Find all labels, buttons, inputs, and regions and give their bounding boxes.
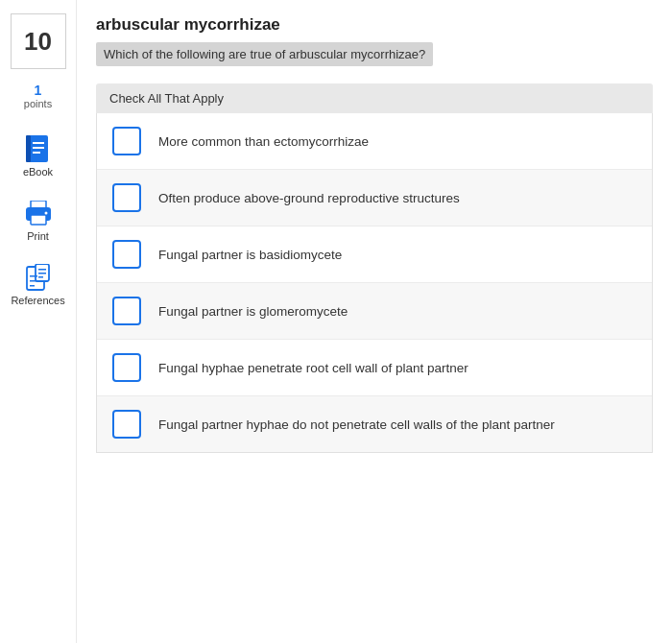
option-row: Fungal hyphae penetrate root cell wall o… <box>97 340 652 396</box>
option-text-3: Fungal partner is basidiomycete <box>158 248 342 262</box>
references-label: References <box>11 295 64 306</box>
svg-rect-16 <box>30 285 35 287</box>
option-text-6: Fungal partner hyphae do not penetrate c… <box>158 417 555 432</box>
option-text-2: Often produce above-ground reproductive … <box>158 191 460 205</box>
option-row: More common than ectomycorrhizae <box>97 113 652 170</box>
svg-point-8 <box>44 212 47 215</box>
sidebar: 10 1 points eBook Print <box>0 0 77 643</box>
svg-rect-2 <box>33 142 44 144</box>
svg-rect-11 <box>38 269 46 271</box>
references-button[interactable]: References <box>10 257 67 312</box>
svg-rect-4 <box>33 152 40 154</box>
ebook-icon <box>24 134 53 163</box>
question-number-box: 10 <box>11 13 66 69</box>
print-icon <box>24 199 53 227</box>
ebook-button[interactable]: eBook <box>10 129 67 183</box>
checkbox-option-3[interactable] <box>112 240 141 269</box>
main-content: arbuscular mycorrhizae Which of the foll… <box>77 0 672 643</box>
svg-rect-3 <box>33 147 44 149</box>
svg-rect-14 <box>30 275 37 277</box>
option-text-5: Fungal hyphae penetrate root cell wall o… <box>158 361 468 375</box>
option-text-1: More common than ectomycorrhizae <box>158 134 369 149</box>
print-label: Print <box>27 230 49 242</box>
points-label: points <box>24 98 52 109</box>
checkbox-option-1[interactable] <box>112 127 141 155</box>
option-row: Fungal partner is basidiomycete <box>97 226 652 283</box>
checkbox-option-6[interactable] <box>112 410 141 439</box>
option-row: Often produce above-ground reproductive … <box>97 170 652 226</box>
points-value: 1 <box>24 83 52 98</box>
print-button[interactable]: Print <box>10 193 67 248</box>
svg-rect-7 <box>31 215 46 225</box>
question-prompt: Which of the following are true of arbus… <box>96 42 433 66</box>
points-section: 1 points <box>24 83 52 109</box>
check-all-header: Check All That Apply <box>96 83 653 113</box>
svg-rect-13 <box>38 276 43 278</box>
option-row: Fungal partner hyphae do not penetrate c… <box>97 396 652 452</box>
svg-rect-12 <box>38 273 46 274</box>
svg-rect-1 <box>26 135 31 162</box>
options-container: More common than ectomycorrhizaeOften pr… <box>96 113 653 453</box>
option-text-4: Fungal partner is glomeromycete <box>158 304 348 319</box>
question-number: 10 <box>24 27 52 57</box>
svg-rect-15 <box>30 280 37 282</box>
option-row: Fungal partner is glomeromycete <box>97 283 652 340</box>
question-title: arbuscular mycorrhizae <box>96 15 653 35</box>
checkbox-option-2[interactable] <box>112 183 141 212</box>
checkbox-option-5[interactable] <box>112 353 141 382</box>
checkbox-option-4[interactable] <box>112 297 141 325</box>
ebook-label: eBook <box>23 166 53 178</box>
references-icon <box>24 263 53 292</box>
